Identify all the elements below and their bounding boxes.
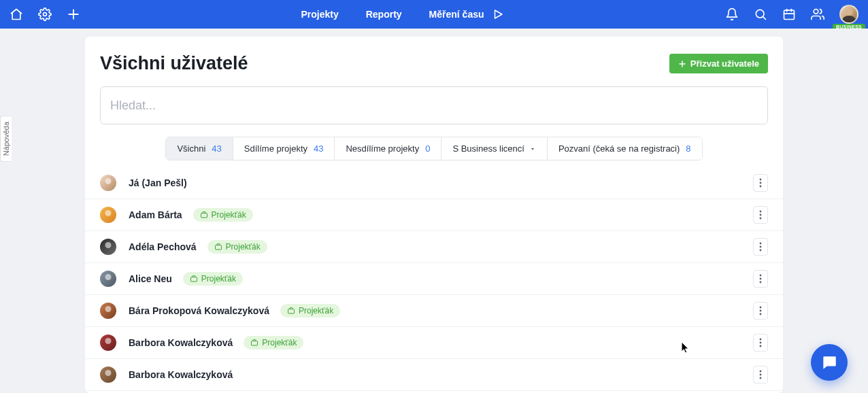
filter-all-label: Všichni (177, 143, 205, 154)
user-role-tag: Projekťák (280, 304, 340, 318)
nav-center: Projekty Reporty Měření času (80, 7, 725, 21)
filter-invited-count: 8 (686, 143, 690, 154)
filter-notshared-count: 0 (425, 143, 430, 154)
people-icon[interactable] (811, 7, 824, 21)
filter-shared-count: 43 (314, 143, 323, 154)
svg-point-34 (760, 342, 762, 344)
row-menu-button[interactable] (753, 366, 768, 383)
dots-vertical-icon (759, 242, 762, 252)
help-side-tab[interactable]: Nápověda (0, 116, 12, 162)
user-role-label: Projekťák (212, 210, 246, 220)
dots-vertical-icon (759, 178, 762, 188)
row-menu-button[interactable] (753, 302, 768, 320)
filter-all[interactable]: Všichni 43 (166, 137, 233, 160)
user-avatar-menu[interactable]: BUSINESS (839, 5, 858, 24)
user-name: Adéla Pechová (129, 241, 197, 252)
filter-all-count: 43 (212, 143, 221, 154)
filter-shared-label: Sdílíme projekty (244, 143, 307, 154)
dots-vertical-icon (759, 306, 762, 315)
svg-point-38 (760, 377, 762, 379)
svg-rect-20 (215, 245, 221, 250)
user-row[interactable]: Adam BártaProjekťák (85, 199, 783, 231)
user-avatar (100, 239, 116, 255)
user-row[interactable]: Barbora KowalczykováProjekťák (85, 327, 783, 359)
users-panel: Všichni uživatelé Přizvat uživatele Všic… (85, 37, 783, 393)
filter-shared[interactable]: Sdílíme projekty 43 (233, 137, 335, 160)
user-name: Barbora Kowalczyková (129, 337, 233, 348)
top-navbar: Projekty Reporty Měření času BUSINESS (0, 0, 868, 29)
calendar-icon[interactable] (782, 7, 796, 21)
invite-user-button[interactable]: Přizvat uživatele (669, 54, 768, 73)
nav-link-reports[interactable]: Reporty (366, 9, 402, 20)
briefcase-icon (287, 307, 295, 315)
user-role-label: Projekťák (299, 306, 333, 315)
user-name: Já (Jan Pešl) (129, 177, 187, 188)
briefcase-icon (250, 339, 258, 347)
user-avatar (100, 271, 116, 287)
nav-right: BUSINESS (725, 5, 858, 24)
briefcase-icon (190, 275, 198, 283)
home-icon[interactable] (10, 7, 23, 21)
user-role-label: Projekťák (226, 242, 261, 252)
filter-bar: Všichni 43 Sdílíme projekty 43 Nesdílíme… (100, 137, 768, 160)
nav-link-timetracking[interactable]: Měření času (429, 7, 505, 21)
user-name: Bára Prokopová Kowalczyková (129, 305, 269, 316)
avatar (839, 5, 858, 24)
search-input[interactable] (110, 99, 758, 113)
briefcase-icon (214, 243, 222, 251)
svg-rect-16 (201, 213, 207, 218)
user-avatar (100, 366, 116, 383)
svg-rect-32 (252, 341, 258, 346)
user-row[interactable]: Alice NeuProjekťák (85, 263, 783, 295)
user-name: Alice Neu (129, 273, 172, 284)
chat-icon (820, 354, 838, 371)
svg-point-25 (760, 275, 762, 277)
user-name: Adam Bárta (129, 209, 182, 220)
dots-vertical-icon (759, 210, 762, 220)
search-box[interactable] (100, 86, 768, 124)
user-role-label: Projekťák (262, 338, 297, 347)
user-role-tag: Projekťák (193, 208, 253, 222)
svg-rect-6 (784, 10, 795, 19)
chat-fab[interactable] (811, 344, 848, 381)
filter-invited[interactable]: Pozvaní (čeká se na registraci) 8 (548, 137, 702, 160)
svg-point-18 (760, 214, 762, 216)
user-row[interactable]: Já (Jan Pešl) (85, 167, 783, 199)
user-row[interactable]: Bára Prokopová KowalczykováProjekťák (85, 295, 783, 327)
plus-icon[interactable] (67, 7, 80, 21)
row-menu-button[interactable] (753, 334, 768, 352)
filter-licensed[interactable]: S Business licencí (441, 137, 548, 160)
svg-point-31 (760, 313, 762, 315)
user-avatar (100, 207, 116, 223)
dots-vertical-icon (759, 370, 762, 379)
svg-point-22 (760, 246, 762, 248)
svg-point-33 (760, 339, 762, 341)
invite-user-label: Přizvat uživatele (690, 58, 759, 69)
user-role-tag: Projekťák (207, 240, 267, 254)
user-row[interactable]: Adéla PechováProjekťák (85, 231, 783, 263)
filter-notshared[interactable]: Nesdílíme projekty 0 (335, 137, 441, 160)
svg-point-19 (760, 218, 762, 220)
nav-link-projects[interactable]: Projekty (301, 9, 338, 20)
search-icon[interactable] (754, 7, 767, 21)
filter-licensed-label: S Business licencí (452, 143, 524, 154)
svg-point-35 (760, 345, 762, 347)
user-role-label: Projekťák (201, 274, 236, 284)
user-list: Já (Jan Pešl)Adam BártaProjekťákAdéla Pe… (85, 167, 783, 393)
user-role-tag: Projekťák (244, 336, 303, 349)
play-icon (491, 7, 505, 21)
bell-icon[interactable] (725, 7, 739, 21)
row-menu-button[interactable] (753, 238, 768, 256)
row-menu-button[interactable] (753, 270, 768, 288)
svg-point-37 (760, 374, 762, 376)
svg-point-15 (760, 186, 762, 188)
svg-point-29 (760, 307, 762, 309)
user-name: Barbora Kowalczyková (129, 369, 233, 380)
row-menu-button[interactable] (753, 206, 768, 224)
user-row[interactable]: Barbora Kowalczyková (85, 359, 783, 391)
svg-point-21 (760, 243, 762, 245)
svg-point-10 (814, 10, 818, 14)
svg-point-13 (760, 179, 762, 181)
row-menu-button[interactable] (753, 174, 768, 192)
gear-icon[interactable] (38, 7, 52, 21)
